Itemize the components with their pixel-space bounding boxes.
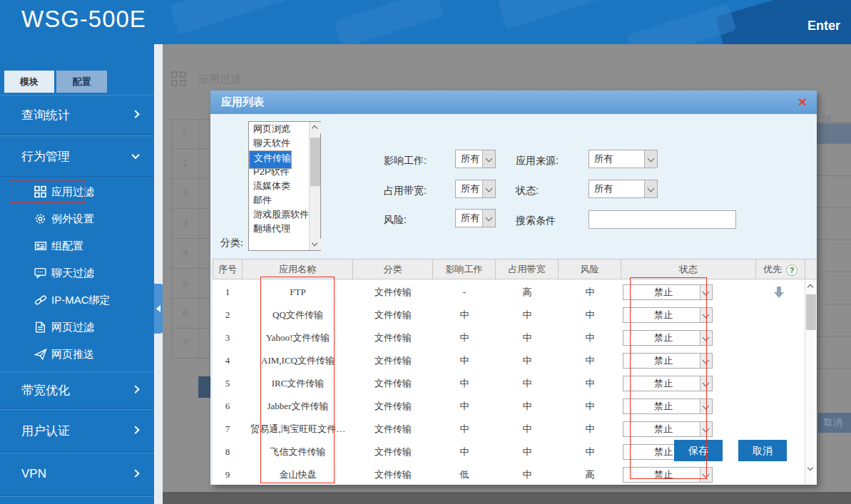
listbox-scrollbar[interactable] [309,122,320,250]
scroll-up-button[interactable] [310,122,321,133]
sidebar-item-ip-mac-binding[interactable]: IP-MAC绑定 [0,287,154,314]
risk-filter-select[interactable]: 所有 [455,209,496,227]
search-input[interactable] [588,210,736,229]
chevron-down-icon [700,354,712,368]
scroll-down-button[interactable] [310,239,321,250]
status-select[interactable]: 禁止 [623,398,713,414]
keyboard-key-graphic [333,0,444,44]
sidebar-item-web-push[interactable]: 网页推送 [0,341,154,368]
chevron-down-icon [700,331,712,345]
background-row-number: 4 [183,247,188,258]
chevron-down-icon [700,376,712,391]
sidebar-item-web-filter[interactable]: 网页过滤 [0,314,154,341]
tab-modules[interactable]: 模块 [4,71,54,93]
collapse-arrow-icon [156,305,160,312]
background-row-number: 3 [183,217,188,228]
tab-config[interactable]: 配置 [56,71,107,93]
category-option-selected[interactable]: 文件传输 [249,150,292,169]
status-select[interactable]: 禁止 [623,284,713,300]
page-title-grid-icon [171,71,178,78]
gear-icon [34,213,46,225]
sidebar-gutter [154,44,163,504]
table-row[interactable]: 7 贸易通,淘宝旺旺文件… 文件传输 中 中 中 禁止 [213,418,805,441]
page-title-grid-icon [180,71,186,78]
table-row[interactable]: 1 FTP 文件传输 - 高 中 禁止 [213,281,805,304]
bandwidth-filter-select[interactable]: 所有 [455,180,496,198]
scroll-up-button[interactable] [805,281,817,292]
table-row[interactable]: 5 IRC文件传输 文件传输 中 中 中 禁止 [213,372,805,395]
send-icon [34,349,47,361]
status-select[interactable]: 禁止 [623,353,713,369]
status-filter-select[interactable]: 所有 [588,180,658,198]
link-icon [34,294,47,307]
cancel-button[interactable]: 取消 [738,440,787,461]
modal-titlebar: 应用列表 × [210,91,817,114]
status-select[interactable]: 禁止 [623,307,713,323]
scroll-down-button[interactable] [805,463,817,475]
category-listbox[interactable]: 网页浏览 聊天软件 文件传输 工作相关 P2P软件 流媒体类 邮件 游戏股票软件… [248,121,321,251]
table-row[interactable]: 3 Yahoo!文件传输 文件传输 中 中 中 禁止 [213,326,805,349]
save-button[interactable]: 保存 [674,440,723,461]
scrollbar-thumb[interactable] [310,138,320,186]
background-selected-row [813,123,851,143]
scrollbar-thumb[interactable] [806,294,816,330]
app-list-modal: 应用列表 × 网页浏览 聊天软件 文件传输 工作相关 P2P软件 流媒体类 邮件… [210,91,817,485]
sidebar: 模块 配置 查询统计 行为管理 应用过滤 例外设置 组配置 聊天过滤 [0,44,154,504]
impact-filter-select[interactable]: 所有 [455,150,496,168]
chevron-down-icon [700,468,712,482]
priority-down-arrow-icon[interactable] [772,285,786,299]
sidebar-group-user-auth[interactable]: 用户认证 [0,409,154,452]
enter-key-label: Enter [807,19,840,34]
sidebar-item-app-filter[interactable]: 应用过滤 [0,178,154,205]
table-row[interactable]: 2 QQ文件传输 文件传输 中 中 中 禁止 [213,304,805,326]
chevron-down-icon [482,150,495,168]
sidebar-item-group-config[interactable]: 组配置 [0,232,154,259]
chevron-right-icon [131,386,139,394]
col-header-risk: 风险 [559,259,621,279]
sidebar-group-query-stats[interactable]: 查询统计 [0,95,154,135]
table-row[interactable]: 4 AIM,ICQ文件传输 文件传输 中 中 中 禁止 [213,349,805,372]
id-card-icon [34,240,47,252]
chevron-down-icon [644,180,657,197]
chevron-right-icon [131,110,139,118]
chevron-down-icon [644,150,657,168]
chevron-down-icon [700,308,712,322]
page-title-grid-icon [180,80,186,86]
help-icon[interactable]: ? [786,264,798,276]
keyboard-key-graphic [497,0,615,30]
background-page-title: 应用过滤 [198,73,241,86]
table-row[interactable]: 6 Jabber文件传输 文件传输 中 中 中 禁止 [213,395,805,418]
chevron-down-icon [700,285,712,299]
col-header-impact: 影响工作 [433,259,496,279]
sidebar-group-behavior-mgmt[interactable]: 行为管理 [0,135,154,177]
table-scrollbar[interactable] [805,279,817,485]
background-row-number: 2 [183,187,188,198]
chevron-down-icon [482,210,495,227]
app-window: WSG-500E Enter 模块 配置 查询统计 行为管理 应用过滤 例外设置… [0,0,851,504]
impact-filter-label: 影响工作: [384,155,427,168]
status-select[interactable]: 禁止 [623,421,713,437]
status-select[interactable]: 禁止 [623,376,713,391]
sidebar-item-chat-filter[interactable]: 聊天过滤 [0,259,154,287]
page-title-grid-icon [171,80,178,86]
table-row[interactable]: 9 金山快盘 文件传输 低 中 高 禁止 [213,463,805,485]
product-logo: WSG-500E [21,6,146,33]
page-icon [34,322,46,334]
status-select[interactable]: 禁止 [623,330,713,346]
background-footer-strip [163,492,851,504]
chevron-down-icon [482,180,495,197]
bandwidth-filter-label: 占用带宽: [384,185,427,197]
close-icon[interactable]: × [798,93,807,111]
source-filter-select[interactable]: 所有 [588,150,658,168]
sidebar-item-exception-settings[interactable]: 例外设置 [0,205,154,232]
top-header: WSG-500E Enter [0,0,851,44]
col-header-category: 分类 [353,259,433,279]
background-cancel-button: 取消 [818,413,851,433]
col-header-priority: 优先? [756,259,805,279]
col-header-no: 序号 [213,259,243,279]
status-select[interactable]: 禁止 [623,467,713,483]
sidebar-group-vpn[interactable]: VPN [0,453,154,495]
background-row-number: 7 [183,337,188,348]
modal-title: 应用列表 [221,96,264,109]
sidebar-group-bandwidth[interactable]: 带宽优化 [0,371,154,408]
